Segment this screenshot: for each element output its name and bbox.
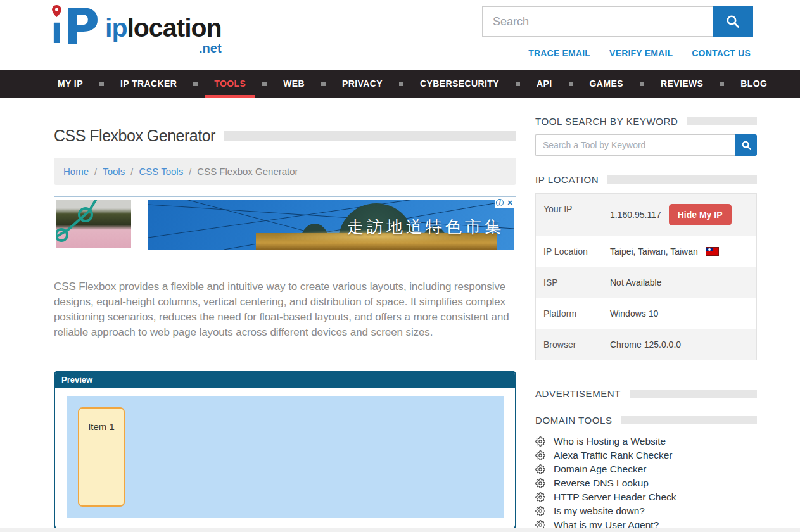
page-title-row: CSS Flexbox Generator [54,127,516,145]
page-bottom-strip [0,528,800,532]
location-pin-icon [52,5,61,17]
domain-tools-list: Who is Hosting a Website Alexa Traffic R… [535,434,757,532]
table-row-isp: ISP Not Available [536,267,756,298]
nav-item-blog[interactable]: BLOG [737,70,771,98]
logo-text-ip: ip [105,13,127,42]
ad-main-image: 走訪地道特色市集 [148,200,514,250]
domain-tool-label: Reverse DNS Lookup [554,478,649,489]
ip-location-heading: IP LOCATION [535,174,599,185]
logo-text-tld: .net [199,42,222,54]
breadcrumb: Home / Tools / CSS Tools / CSS Flexbox G… [54,158,516,185]
tool-search-heading: TOOL SEARCH BY KEYWORD [535,116,678,127]
nav-item-games[interactable]: GAMES [586,70,627,98]
ip-location-value: Taipei, Taiwan, Taiwan [610,246,698,256]
domain-tool-label: Alexa Traffic Rank Checker [554,450,673,461]
flexbox-canvas: Item 1 [67,396,504,518]
nav-item-tools[interactable]: TOOLS [210,70,250,98]
advertisement-heading-row: ADVERTISEMENT [535,388,757,399]
ad-close-icon[interactable]: ✕ [505,198,515,208]
row-value: Taipei, Taiwan, Taiwan [602,236,756,267]
table-row-platform: Platform Windows 10 [536,298,756,329]
preview-panel-body: Item 1 [55,388,515,528]
ip-location-heading-row: IP LOCATION [535,174,757,185]
hide-my-ip-button[interactable]: Hide My IP [669,204,732,225]
verify-email-link[interactable]: VERIFY EMAIL [609,48,673,58]
header-search-button[interactable] [713,6,753,37]
tool-description: CSS Flexbox provides a flexible and intu… [54,279,516,340]
domain-tool-label: Domain Age Checker [554,464,646,475]
main-navigation: MY IP IP TRACKER TOOLS WEB PRIVACY CYBER… [0,70,800,98]
tool-search-input[interactable] [535,134,735,156]
table-row-your-ip: Your IP 1.160.95.117 Hide My IP [536,194,756,236]
platform-value: Windows 10 [610,308,658,319]
nav-separator [193,82,198,86]
domain-tool-label: Who is Hosting a Website [554,436,666,447]
row-label: ISP [536,267,602,298]
gear-icon [535,478,545,488]
ad-control-icons: i ✕ [495,198,515,208]
gear-icon [535,506,545,516]
gear-icon [535,436,545,446]
nav-item-api[interactable]: API [533,70,556,98]
nav-item-my-ip[interactable]: MY IP [54,70,87,98]
heading-decor-bar [621,416,757,424]
taiwan-flag-icon [706,247,719,256]
nav-item-cybersecurity[interactable]: CYBERSECURITY [416,70,503,98]
ad-caption-text: 走訪地道特色市集 [347,216,504,238]
heading-decor-bar [630,390,757,398]
domain-tool-who-is-hosting[interactable]: Who is Hosting a Website [535,434,757,448]
nav-separator [516,82,520,86]
advertisement-heading: ADVERTISEMENT [535,388,621,399]
breadcrumb-tools[interactable]: Tools [103,166,125,177]
header-links: TRACE EMAIL VERIFY EMAIL CONTACT US [528,48,751,58]
domain-tool-website-down[interactable]: Is my website down? [535,504,757,518]
browser-value: Chrome 125.0.0.0 [610,339,681,350]
nav-separator [262,82,267,86]
row-label: IP Location [536,236,602,267]
nav-item-privacy[interactable]: PRIVACY [338,70,386,98]
flex-item-1[interactable]: Item 1 [78,407,125,507]
breadcrumb-home[interactable]: Home [63,166,89,177]
sidebar: TOOL SEARCH BY KEYWORD IP LOCATION Your … [535,98,757,532]
main-content: CSS Flexbox Generator Home / Tools / CSS… [0,98,800,532]
row-value: Not Available [602,267,756,298]
nav-item-reviews[interactable]: REVIEWS [657,70,707,98]
preview-panel-header: Preview [55,372,515,388]
nav-separator [321,82,326,86]
search-icon [741,140,752,151]
nav-separator [99,82,104,86]
domain-tool-http-header[interactable]: HTTP Server Header Check [535,490,757,504]
page-title: CSS Flexbox Generator [54,127,215,145]
nav-separator [720,82,724,86]
site-header: ı P iplocation .net TRACE EMAIL VERIFY E… [0,0,800,70]
ad-info-icon[interactable]: i [495,198,505,208]
ad-info-glyph: i [496,199,504,206]
tool-search-button[interactable] [735,134,757,156]
nav-item-web[interactable]: WEB [279,70,308,98]
domain-tool-reverse-dns[interactable]: Reverse DNS Lookup [535,476,757,490]
flexbox-preview-panel: Preview Item 1 [54,370,516,529]
contact-us-link[interactable]: CONTACT US [692,48,751,58]
row-label: Your IP [536,194,602,236]
site-logo[interactable]: ı P iplocation .net [49,4,222,54]
advertisement-banner[interactable]: 走訪地道特色市集 i ✕ [54,196,516,251]
breadcrumb-current: CSS Flexbox Generator [197,166,298,177]
header-search-input[interactable] [482,6,713,37]
gear-icon [535,492,545,502]
row-value: Windows 10 [602,298,756,329]
breadcrumb-separator: / [189,166,191,177]
breadcrumb-css-tools[interactable]: CSS Tools [139,166,183,177]
content-column: CSS Flexbox Generator Home / Tools / CSS… [54,98,516,532]
table-row-browser: Browser Chrome 125.0.0.0 [536,329,756,360]
domain-tool-alexa-rank[interactable]: Alexa Traffic Rank Checker [535,448,757,462]
domain-tool-label: HTTP Server Header Check [554,491,676,503]
heading-decor-bar [607,175,757,184]
gear-icon [535,450,545,460]
title-decor-bar [224,131,516,141]
nav-item-ip-tracker[interactable]: IP TRACKER [117,70,181,98]
breadcrumb-separator: / [130,166,133,177]
trace-email-link[interactable]: TRACE EMAIL [528,48,590,58]
row-label: Platform [536,298,602,329]
domain-tool-domain-age[interactable]: Domain Age Checker [535,462,757,476]
logo-wordmark: iplocation .net [105,15,222,41]
